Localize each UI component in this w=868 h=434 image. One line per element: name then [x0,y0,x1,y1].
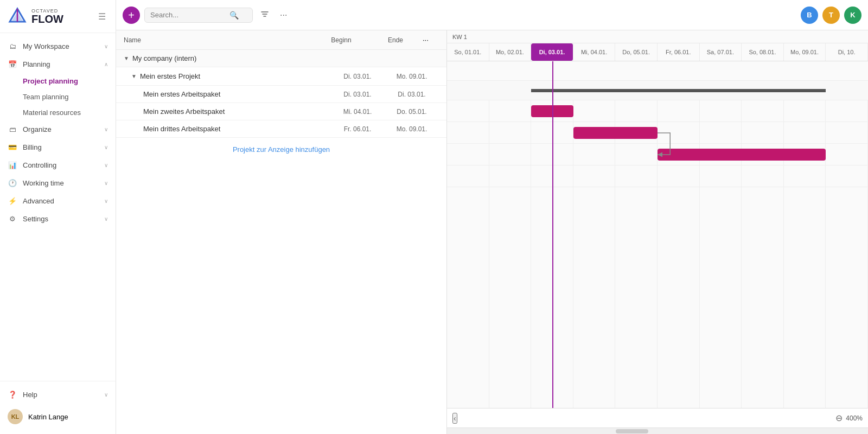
group-chevron-icon: ▼ [124,55,129,61]
sidebar-item-settings[interactable]: ⚙ Settings ∨ [0,210,116,228]
gantt-scroll-left-button[interactable]: ‹ [452,413,457,424]
sidebar-item-controlling[interactable]: 📊 Controlling ∨ [0,156,116,174]
sidebar-item-workspace[interactable]: 🗂 My Workspace ∨ [0,37,116,55]
gantt-day-label: Sa, 07.01. [700,43,742,61]
sidebar-item-label: My Workspace [23,42,99,50]
column-begin-header: Beginn [314,36,368,44]
gantt-row-task3 [447,144,868,165]
more-options-button[interactable]: ··· [277,8,290,22]
sidebar-item-label: Billing [23,143,99,151]
chevron-icon: ∨ [104,216,108,222]
sidebar-item-material-resources[interactable]: Material resources [0,105,116,120]
gantt-row-task1 [447,100,868,122]
toolbar-right: B T K [801,7,861,24]
gantt-day-label: Mi, 04.01. [573,43,616,61]
billing-icon: 💳 [8,143,17,151]
task-end-date: Mo. 09.01. [385,125,439,133]
chevron-icon: ∨ [104,43,108,49]
advanced-icon: ⚡ [8,197,17,205]
task-list-header: Name Beginn Ende ··· [116,30,446,50]
gantt-scrollbar-thumb[interactable] [616,429,648,433]
sidebar-item-planning[interactable]: 📅 Planning ∧ [0,55,116,73]
project-row[interactable]: ▼ Mein erstes Projekt Di. 03.01. Mo. 09.… [116,67,446,86]
column-name-header: Name [124,36,314,44]
sidebar-item-label: Controlling [23,161,99,169]
avatar-button-1[interactable]: B [801,7,818,24]
filter-icon [260,10,269,18]
hamburger-button[interactable]: ☰ [96,9,108,24]
gantt-zoom-controls: ⊖ 400% [835,413,863,423]
sidebar-item-organize[interactable]: 🗃 Organize ∨ [0,120,116,138]
gantt-day-label: Do, 05.01. [615,43,658,61]
toolbar: + 🔍 ··· B T K [116,0,868,30]
gantt-day-label: Mo, 02.01. [489,43,532,61]
gantt-scrollbar[interactable] [447,427,868,434]
add-project-link[interactable]: Projekt zur Anzeige hinzufügen [233,145,330,154]
gantt-bar-task2 [573,127,658,139]
sidebar-item-team-planning[interactable]: Team planning [0,89,116,105]
gantt-footer: ‹ ⊖ 400% [447,408,868,427]
gantt-row-project [447,81,868,100]
sidebar-nav: 🗂 My Workspace ∨ 📅 Planning ∧ Project pl… [0,33,116,381]
gantt-week-label: KW 1 [447,34,473,40]
chevron-icon: ∧ [104,61,108,67]
gantt-body [447,61,868,408]
user-profile[interactable]: KL Katrin Lange [0,404,116,430]
task-row[interactable]: Mein drittes Arbeitspaket Fr. 06.01. Mo.… [116,120,446,138]
planning-icon: 📅 [8,60,17,68]
sidebar-item-billing[interactable]: 💳 Billing ∨ [0,138,116,156]
column-more: ··· [423,36,439,44]
gantt-days-row: So, 01.01.Mo, 02.01.Di, 03.01.Mi, 04.01.… [447,43,868,61]
gantt-week-row: KW 1 [447,30,868,43]
gantt-day-label: So, 08.01. [742,43,784,61]
sidebar-footer: ❓ Help ∨ KL Katrin Lange [0,381,116,434]
search-input[interactable] [150,11,226,19]
chevron-icon: ∨ [104,180,108,186]
chevron-icon: ∨ [104,144,108,150]
task-begin-date: Fr. 06.01. [330,125,385,133]
avatar-button-2[interactable]: T [822,7,840,24]
group-row[interactable]: ▼ My company (intern) [116,50,446,67]
project-begin-date: Di. 03.01. [330,73,385,80]
gantt-header: KW 1 So, 01.01.Mo, 02.01.Di, 03.01.Mi, 0… [447,30,868,61]
add-project-row[interactable]: Projekt zur Anzeige hinzufügen [116,138,446,161]
gantt-row-empty1 [447,165,868,187]
sidebar-logo: OCTAVED FLOW ☰ [0,0,116,33]
project-name: Mein erstes Projekt [140,72,330,80]
search-icon[interactable]: 🔍 [229,11,239,20]
settings-icon: ⚙ [8,215,17,223]
task-panel: Name Beginn Ende ··· ▼ My company (inter… [116,30,447,434]
filter-button[interactable] [257,8,272,23]
gantt-bar-project [531,89,826,92]
gantt-zoom-out-button[interactable]: ⊖ [835,413,843,423]
add-button[interactable]: + [123,7,140,24]
avatar-button-3[interactable]: K [844,7,861,24]
gantt-day-label: So, 01.01. [447,43,489,61]
content-area: Name Beginn Ende ··· ▼ My company (inter… [116,30,868,434]
sidebar-item-working-time[interactable]: 🕐 Working time ∨ [0,174,116,192]
task-end-date: Di. 03.01. [385,91,439,98]
sidebar: OCTAVED FLOW ☰ 🗂 My Workspace ∨ 📅 Planni… [0,0,116,434]
task-begin-date: Mi. 04.01. [330,108,385,116]
gantt-row-task2 [447,122,868,144]
sidebar-item-label: Planning [23,60,99,68]
chevron-icon: ∨ [104,392,108,398]
task-row[interactable]: Mein erstes Arbeitspaket Di. 03.01. Di. … [116,86,446,103]
sidebar-item-project-planning[interactable]: Project planning [0,73,116,89]
sidebar-item-help[interactable]: ❓ Help ∨ [0,386,116,404]
task-row[interactable]: Mein zweites Arbeitspaket Mi. 04.01. Do.… [116,103,446,120]
task-name: Mein erstes Arbeitspaket [143,90,330,98]
sidebar-item-advanced[interactable]: ⚡ Advanced ∨ [0,192,116,210]
gantt-day-label: Mo, 09.01. [784,43,826,61]
help-icon: ❓ [8,391,17,399]
chevron-icon: ∨ [104,162,108,168]
user-avatar: KL [8,409,23,424]
sidebar-item-label: Settings [23,215,99,223]
task-end-date: Do. 05.01. [385,108,439,116]
organize-icon: 🗃 [8,125,17,133]
app-name-flow: FLOW [31,14,63,24]
app-logo-icon [8,7,27,26]
group-name: My company (intern) [132,54,196,62]
sidebar-item-label: Help [23,391,99,399]
task-name: Mein drittes Arbeitspaket [143,125,330,133]
